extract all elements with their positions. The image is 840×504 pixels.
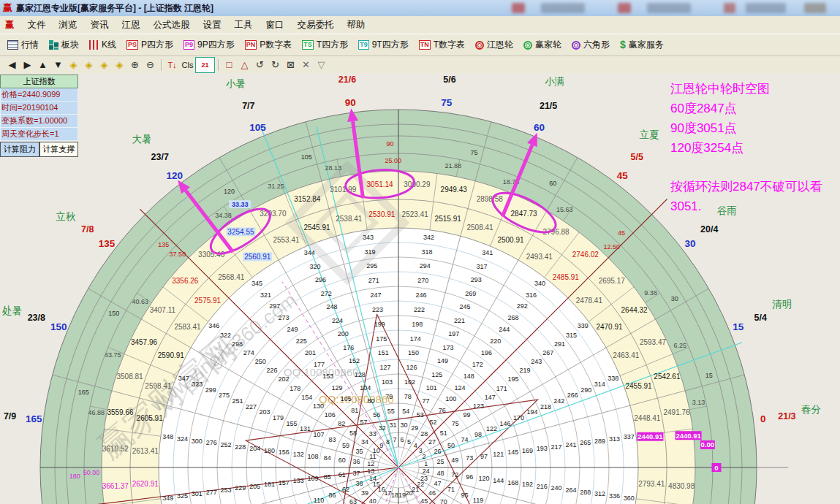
rotate-cw-icon[interactable]: ↻ [268,58,283,72]
menu-item-交易委托[interactable]: 交易委托 [291,18,341,33]
menu-item-资讯[interactable]: 资讯 [84,18,116,33]
svg-text:2485.91: 2485.91 [553,273,580,281]
svg-text:62: 62 [342,486,349,493]
svg-text:277: 277 [206,489,217,496]
toolbar-button-T四方形[interactable]: TST四方形 [297,37,353,54]
zoom-out-icon[interactable]: ⊖ [143,58,158,72]
svg-text:120: 120 [478,475,489,482]
svg-text:156: 156 [279,448,290,456]
next-icon[interactable]: ▶ [20,58,35,72]
toolbar-button-行情[interactable]: 行情 [2,37,44,54]
svg-text:341: 341 [482,249,493,256]
t-down-icon[interactable]: T↓ [164,58,180,72]
svg-text:2478.41: 2478.41 [576,297,603,305]
toolbar-button-K线[interactable]: K线 [84,37,121,54]
svg-text:33.33: 33.33 [232,201,249,208]
svg-text:225: 225 [296,337,307,345]
svg-text:192: 192 [522,481,533,488]
svg-text:51: 51 [440,429,447,437]
svg-text:23/7: 23/7 [151,152,169,162]
square-tool-icon[interactable]: □ [222,58,237,72]
menu-item-文件[interactable]: 文件 [21,18,53,33]
menu-item-设置[interactable]: 设置 [197,18,228,33]
calc-button-support[interactable]: 计算支撑 [39,142,79,157]
toolbar-button-六角形[interactable]: 六角形 [567,37,615,54]
svg-text:1: 1 [424,460,428,467]
svg-text:105: 105 [301,153,312,161]
diamond-left-icon[interactable]: ◈ [66,58,81,72]
svg-text:342: 342 [423,234,434,241]
svg-text:63: 63 [349,498,357,504]
box-x-icon[interactable]: ⊠ [283,58,298,72]
taskbar-blur [512,3,525,13]
svg-text:2448.41: 2448.41 [634,414,661,422]
menu-item-窗口[interactable]: 窗口 [260,18,291,33]
menu-item-帮助[interactable]: 帮助 [341,18,372,33]
zoom-in-icon[interactable]: ⊕ [127,58,143,72]
diamond-down-icon[interactable]: ◈ [112,58,127,72]
crosshair-icon[interactable]: ✕ [298,58,314,72]
svg-text:219: 219 [519,367,530,374]
funnel-icon[interactable]: ▽ [314,58,329,72]
toolbar-button-9P四方形[interactable]: P99P四方形 [178,37,240,54]
svg-text:2575.91: 2575.91 [194,297,222,305]
toolbar-button-T数字表[interactable]: TNT数字表 [414,37,470,54]
svg-text:0: 0 [714,464,718,472]
svg-text:小暑: 小暑 [226,78,246,89]
calendar-icon[interactable]: 21 [195,57,215,73]
svg-text:99: 99 [463,411,471,419]
svg-text:3661.37: 3661.37 [102,482,129,490]
toolbar-button-江恩轮[interactable]: 江恩轮 [470,37,518,54]
down-icon[interactable]: ▼ [50,58,66,72]
svg-text:17: 17 [384,489,391,497]
toolbar-button-P四方形[interactable]: PSP四方形 [121,37,178,54]
menu-item-江恩[interactable]: 江恩 [116,18,147,33]
calc-button-resistance[interactable]: 计算阻力 [0,142,39,157]
svg-text:38: 38 [355,480,363,487]
svg-text:0: 0 [760,413,766,424]
prev-icon[interactable]: ◀ [4,58,20,72]
annotation-line: 江恩轮中轮时空图 [670,79,822,99]
diamond-right-icon[interactable]: ◈ [81,58,97,72]
toolbar-button-9T四方形[interactable]: T99T四方形 [353,37,414,54]
svg-text:193: 193 [537,445,548,452]
svg-text:85: 85 [324,473,331,481]
toolbar-button-板块[interactable]: 板块 [44,37,84,54]
svg-text:320: 320 [309,263,320,270]
svg-text:274: 274 [243,349,254,356]
rotate-ccw-icon[interactable]: ↺ [252,58,268,72]
menu-item-公式选股[interactable]: 公式选股 [147,18,197,33]
triangle-tool-icon[interactable]: △ [237,58,252,72]
svg-text:4: 4 [414,442,417,449]
cls-button[interactable]: Cls [180,58,195,72]
diamond-up-icon[interactable]: ◈ [97,58,112,72]
svg-text:45: 45 [420,497,428,504]
svg-text:清明: 清明 [772,299,792,310]
svg-text:28: 28 [420,430,428,438]
svg-text:大暑: 大暑 [132,134,152,145]
svg-text:270: 270 [417,277,428,284]
svg-text:25: 25 [436,458,444,465]
svg-text:2545.91: 2545.91 [303,224,330,232]
annotation-note: 3051. [670,196,822,216]
svg-text:21/3: 21/3 [778,411,795,421]
svg-text:202: 202 [278,375,289,383]
svg-text:340: 340 [534,280,545,287]
index-panel: 上证指数 价格=2440.9099时间=20190104变换系数=1.00000… [0,75,78,157]
svg-text:45: 45 [618,229,625,237]
svg-text:224: 224 [332,317,343,324]
svg-text:106: 106 [325,411,336,419]
svg-text:40.63: 40.63 [132,298,148,305]
up-icon[interactable]: ▲ [35,58,50,72]
svg-text:2746.02: 2746.02 [572,251,599,259]
menu-item-浏览[interactable]: 浏览 [53,18,84,33]
svg-text:229: 229 [235,484,246,492]
menu-item-工具[interactable]: 工具 [228,18,260,33]
svg-text:5/4: 5/4 [754,313,767,323]
toolbar-button-P数字表[interactable]: PNP数字表 [240,37,298,54]
svg-text:195: 195 [508,375,519,383]
svg-text:40: 40 [369,497,377,504]
toolbar-button-赢家轮[interactable]: 赢家轮 [518,37,567,54]
analysis-annotation: 江恩轮中轮时空图60度2847点90度3051点120度3254点按循环法则28… [670,79,822,216]
toolbar-button-赢家服务[interactable]: $赢家服务 [615,37,669,54]
